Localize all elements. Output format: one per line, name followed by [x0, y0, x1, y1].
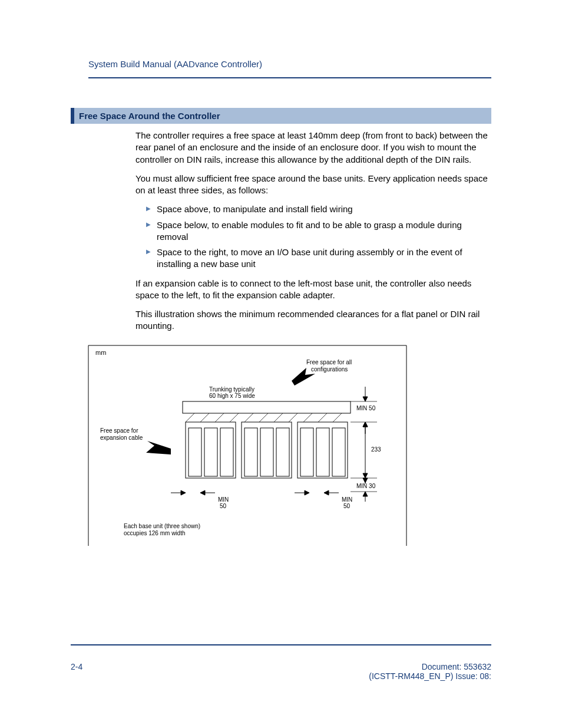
fig-label: 50: [220, 503, 227, 509]
fig-label: occupies 126 mm width: [124, 530, 186, 536]
fig-label: Each base unit (three shown): [124, 523, 200, 529]
clearance-figure: mm Free space for all configurations Tru…: [82, 340, 491, 552]
fig-label: 233: [371, 446, 381, 453]
header-rule: [88, 77, 491, 78]
svg-line-7: [274, 413, 283, 422]
svg-line-5: [244, 413, 253, 422]
footer-rule: [71, 644, 491, 645]
svg-line-11: [333, 413, 342, 422]
svg-rect-14: [204, 428, 217, 476]
doc-id: Document: 553632: [369, 662, 491, 671]
svg-line-8: [289, 413, 297, 422]
svg-line-3: [215, 413, 224, 422]
svg-rect-23: [332, 428, 345, 476]
doc-issue: (ICSTT-RM448_EN_P) Issue: 08:: [369, 671, 491, 681]
arrow-icon: [146, 441, 171, 454]
fig-label: MIN: [218, 496, 229, 503]
svg-rect-0: [183, 401, 351, 413]
list-item: Space above, to manipulate and install f…: [146, 203, 491, 215]
svg-rect-16: [242, 422, 292, 478]
svg-rect-21: [300, 428, 313, 476]
svg-marker-28: [363, 397, 368, 401]
svg-line-4: [230, 413, 239, 422]
page-number: 2-4: [71, 662, 82, 681]
body-text: The controller requires a free space at …: [135, 130, 491, 332]
list-item: Space below, to enable modules to fit an…: [146, 219, 491, 243]
svg-marker-32: [363, 422, 368, 427]
svg-line-6: [259, 413, 268, 422]
svg-line-1: [186, 413, 194, 422]
fig-label: 50: [343, 503, 351, 509]
page-footer: 2-4 Document: 553632 (ICSTT-RM448_EN_P) …: [71, 644, 491, 681]
list-item: Space to the right, to move an I/O base …: [146, 246, 491, 271]
paragraph: If an expansion cable is to connect to t…: [135, 278, 491, 302]
fig-label: Trunking typically: [209, 386, 254, 393]
svg-rect-12: [186, 422, 236, 478]
svg-marker-33: [363, 473, 368, 478]
section-heading: Free Space Around the Controller: [71, 108, 491, 124]
fig-label: MIN 30: [356, 483, 376, 489]
fig-label: configurations: [311, 366, 348, 373]
svg-rect-13: [189, 428, 201, 476]
running-head: System Build Manual (AADvance Controller…: [88, 59, 491, 69]
paragraph: You must allow sufficient free space aro…: [135, 173, 491, 197]
fig-unit-label: mm: [95, 349, 106, 356]
svg-marker-44: [305, 490, 309, 495]
fig-label: MIN 50: [356, 405, 376, 411]
svg-marker-37: [363, 492, 368, 496]
svg-marker-42: [200, 490, 205, 495]
paragraph: The controller requires a free space at …: [135, 130, 491, 166]
svg-marker-40: [181, 490, 186, 495]
fig-label: 60 high x 75 wide: [209, 393, 255, 399]
svg-marker-46: [324, 490, 329, 495]
svg-rect-17: [244, 428, 257, 476]
svg-rect-22: [316, 428, 329, 476]
svg-rect-20: [297, 422, 348, 478]
svg-rect-18: [260, 428, 273, 476]
svg-line-10: [318, 413, 327, 422]
paragraph: This illustration shows the minimum reco…: [135, 308, 491, 332]
svg-rect-19: [276, 428, 289, 476]
fig-label: expansion cable: [100, 434, 143, 441]
bullet-list: Space above, to manipulate and install f…: [135, 203, 491, 270]
fig-label: Free space for: [100, 427, 138, 434]
svg-line-9: [303, 413, 312, 422]
svg-marker-36: [363, 478, 368, 483]
svg-line-2: [200, 413, 209, 422]
fig-label: MIN: [342, 496, 352, 503]
fig-label: Free space for all: [306, 359, 352, 365]
svg-rect-15: [220, 428, 233, 476]
